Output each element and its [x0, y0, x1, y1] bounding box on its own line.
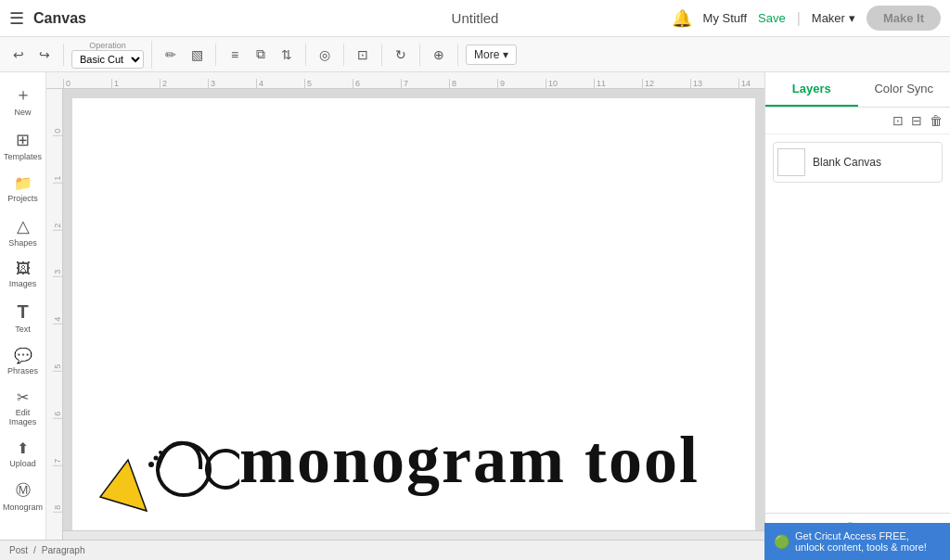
status-post: Post: [9, 545, 28, 555]
redo-button[interactable]: ↪: [33, 44, 56, 66]
layer-item[interactable]: Blank Canvas: [773, 142, 943, 183]
linetype-icon[interactable]: ✏: [160, 44, 182, 66]
notification-icon[interactable]: 🔔: [672, 8, 692, 29]
layer-name: Blank Canvas: [813, 156, 881, 169]
menu-icon[interactable]: ☰: [9, 8, 24, 29]
doc-title: Untitled: [452, 10, 499, 26]
svg-point-2: [207, 451, 239, 488]
maker-arrow-icon: ▾: [849, 11, 855, 25]
more-button[interactable]: More ▾: [466, 45, 517, 65]
status-divider: /: [33, 545, 36, 555]
promo-text: Get Cricut Access FREE, unlock content, …: [795, 530, 941, 553]
tab-layers[interactable]: Layers: [765, 72, 858, 107]
promo-bar[interactable]: 🟢 Get Cricut Access FREE, unlock content…: [764, 523, 950, 560]
maker-label: Maker: [812, 11, 845, 25]
make-it-button[interactable]: Make It: [867, 6, 941, 31]
sidebar-item-shapes[interactable]: △ Shapes: [0, 210, 45, 253]
sidebar-item-edit-images[interactable]: ✂ Edit Images: [0, 383, 45, 432]
position-ctrl[interactable]: ⊕: [428, 44, 450, 66]
monogram-text: monogram tool: [239, 422, 700, 499]
app-title: Canvas: [33, 10, 86, 27]
fill-icon[interactable]: ▧: [186, 44, 208, 66]
flip-icon[interactable]: ⇅: [276, 44, 298, 66]
undo-button[interactable]: ↩: [7, 44, 30, 66]
panel-icon-group[interactable]: ⊡: [892, 113, 904, 128]
my-stuff-button[interactable]: My Stuff: [703, 11, 747, 25]
cricut-icon: 🟢: [774, 534, 790, 549]
svg-point-5: [159, 451, 162, 454]
arrange-icon[interactable]: ⧉: [250, 44, 272, 66]
size-icon[interactable]: ⊡: [352, 44, 374, 66]
panel-icon-delete[interactable]: 🗑: [930, 113, 943, 128]
offset-icon[interactable]: ◎: [314, 44, 336, 66]
sidebar-item-monogram[interactable]: Ⓜ Monogram: [0, 476, 45, 517]
sidebar-item-phrases[interactable]: 💬 Phrases: [0, 341, 45, 381]
sidebar-item-new[interactable]: ＋ New: [0, 78, 45, 122]
sidebar-item-text[interactable]: T Text: [0, 296, 45, 339]
divider: |: [797, 10, 801, 27]
svg-point-3: [148, 462, 154, 467]
sidebar-item-images[interactable]: 🖼 Images: [0, 255, 45, 294]
rotate-ctrl[interactable]: ↻: [390, 44, 412, 66]
align-icon[interactable]: ≡: [224, 44, 246, 66]
panel-icon-ungroup[interactable]: ⊟: [911, 113, 922, 128]
svg-marker-0: [100, 460, 147, 511]
operation-label: Operation: [89, 41, 126, 50]
maker-selector[interactable]: Maker ▾: [812, 11, 855, 25]
sidebar-item-projects[interactable]: 📁 Projects: [0, 169, 45, 209]
status-paragraph: Paragraph: [42, 545, 85, 555]
save-button[interactable]: Save: [758, 11, 786, 25]
sidebar-item-templates[interactable]: ⊞ Templates: [0, 124, 45, 167]
operation-select[interactable]: Basic Cut: [71, 50, 144, 69]
tab-color-sync[interactable]: Color Sync: [858, 72, 951, 107]
svg-point-4: [154, 456, 159, 461]
sidebar-item-upload[interactable]: ⬆ Upload: [0, 434, 45, 474]
layer-thumbnail: [777, 148, 805, 176]
